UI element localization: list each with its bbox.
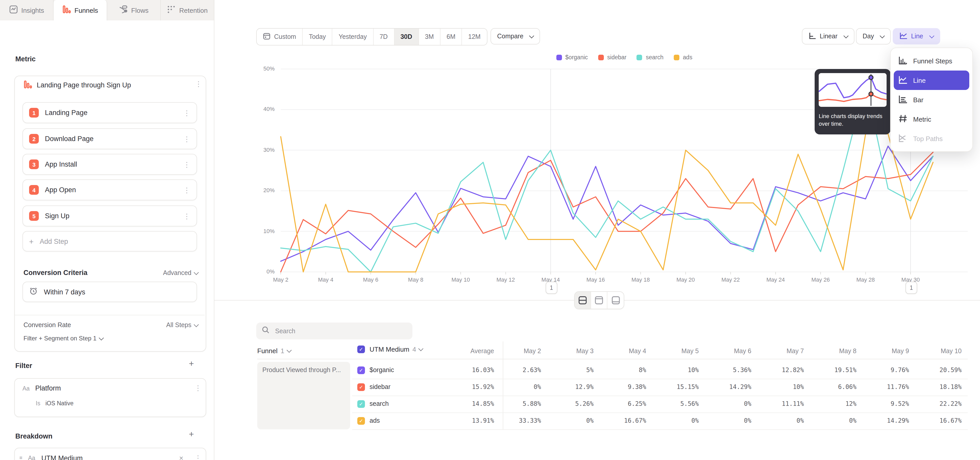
range-30d[interactable]: 30D [394, 29, 419, 45]
flows-icon [119, 5, 127, 15]
step-number-badge: 3 [29, 160, 39, 169]
chevron-down-icon [929, 33, 934, 38]
chevron-down-icon [194, 270, 199, 275]
filter-card[interactable]: Aa Platform ⋮ Is iOS Native [14, 378, 206, 417]
cell-value: 9.38% [595, 383, 646, 390]
tab-flows[interactable]: Flows [107, 0, 161, 21]
range-6m[interactable]: 6M [441, 29, 462, 45]
layout-chart-only-button[interactable] [591, 292, 608, 309]
scale-dropdown[interactable]: Linear [802, 28, 854, 45]
funnel-metric-icon [24, 80, 32, 91]
tab-insights[interactable]: Insights [0, 0, 54, 21]
cell-value: 12.82% [753, 366, 804, 374]
step-menu-button[interactable]: ⋮ [183, 135, 190, 142]
menu-item-bar[interactable]: Bar [894, 90, 969, 109]
step-number-badge: 1 [29, 108, 39, 118]
tab-retention[interactable]: Retention [161, 0, 215, 21]
range-12m[interactable]: 12M [462, 29, 487, 45]
range-custom[interactable]: Custom [257, 29, 303, 45]
cell-value: 0% [805, 417, 856, 424]
menu-item-label: Funnel Steps [913, 57, 952, 65]
step-number-badge: 5 [29, 211, 39, 221]
date-column-header[interactable]: May 4 [595, 348, 646, 355]
y-tick-label: 50% [254, 65, 275, 72]
advanced-dropdown[interactable]: Advanced [148, 269, 198, 276]
date-column-header[interactable]: May 7 [753, 348, 804, 355]
metric-icon [898, 114, 907, 124]
chevron-down-icon [99, 335, 104, 340]
step-menu-button[interactable]: ⋮ [183, 212, 190, 219]
step-menu-button[interactable]: ⋮ [183, 161, 190, 168]
filter-segment-dropdown[interactable]: Filter + Segment on Step 1 [24, 335, 103, 342]
date-column-header[interactable]: May 2 [490, 348, 541, 355]
range-3m[interactable]: 3M [419, 29, 441, 45]
table-funnel-dropdown[interactable]: Funnel 1 [257, 347, 291, 355]
range-label: 7D [380, 33, 388, 40]
funnel-step-2[interactable]: 2Download Page⋮ [22, 128, 197, 149]
tooltip-mini-chart [819, 73, 886, 107]
annotation-badge[interactable]: 1 [905, 282, 917, 294]
range-today[interactable]: Today [303, 29, 332, 45]
funnel-step-5[interactable]: 5Sign Up⋮ [22, 206, 197, 227]
funnel-menu-button[interactable]: ⋮ [195, 80, 202, 88]
breakdown-card[interactable]: ≡ Aa UTM Medium × ⋮ [14, 448, 206, 460]
date-column-header[interactable]: May 8 [805, 348, 856, 355]
search-field[interactable] [256, 323, 412, 339]
cell-value: 20.59% [911, 366, 962, 374]
range-yesterday[interactable]: Yesterday [332, 29, 373, 45]
chart-type-dropdown[interactable]: Line [893, 28, 940, 45]
search-input[interactable] [274, 327, 407, 335]
filter-menu-button[interactable]: ⋮ [194, 384, 202, 391]
conversion-window-button[interactable]: Within 7 days [22, 282, 197, 302]
average-column-header[interactable]: Average [443, 348, 494, 355]
x-tick-label: May 4 [310, 276, 341, 283]
series-checkbox[interactable]: ✓ [357, 417, 365, 425]
series-name: $organic [369, 366, 394, 374]
date-column-header[interactable]: May 9 [858, 348, 909, 355]
all-steps-dropdown[interactable]: All Steps [143, 321, 198, 329]
menu-item-funnel-steps[interactable]: Funnel Steps [894, 51, 969, 70]
tab-funnels[interactable]: Funnels [54, 0, 107, 21]
sidebar: Metric Landing Page through Sign Up ⋮ 1L… [0, 21, 215, 460]
drag-handle-icon[interactable]: ≡ [19, 455, 22, 460]
breakdown-menu-button[interactable]: ⋮ [194, 454, 202, 460]
add-step-label: Add Step [40, 237, 68, 245]
chevron-down-icon [418, 346, 424, 351]
date-column-header[interactable]: May 10 [911, 348, 962, 355]
date-column-header[interactable]: May 3 [542, 348, 593, 355]
funnel-step-4[interactable]: 4App Open⋮ [22, 179, 197, 200]
table-funnel-cell[interactable]: Product Viewed through P... [257, 362, 350, 429]
funnel-step-1[interactable]: 1Landing Page⋮ [22, 102, 197, 123]
step-menu-button[interactable]: ⋮ [183, 109, 190, 116]
add-step-button[interactable]: + Add Step [22, 231, 197, 251]
series-checkbox[interactable]: ✓ [357, 383, 365, 391]
layout-table-only-button[interactable] [608, 292, 624, 309]
series-checkbox[interactable]: ✓ [357, 366, 365, 374]
cell-value: 33.33% [490, 417, 541, 424]
funnel-step-3[interactable]: 3App Install⋮ [22, 154, 197, 175]
cell-value: 0% [542, 417, 593, 424]
table-row: ✓sidebar15.92%0%12.9%9.38%15.15%14.29%10… [352, 379, 968, 396]
date-column-header[interactable]: May 6 [700, 348, 751, 355]
granularity-dropdown[interactable]: Day [856, 28, 891, 45]
series-checkbox[interactable]: ✓ [357, 400, 365, 408]
legend-label: search [646, 54, 663, 60]
filter-value: iOS Native [45, 400, 73, 406]
remove-breakdown-icon[interactable]: × [179, 454, 183, 460]
add-filter-button[interactable]: + [189, 359, 194, 369]
layout-split-button[interactable] [575, 292, 591, 309]
annotation-badge[interactable]: 1 [546, 282, 557, 294]
select-all-checkbox[interactable]: ✓ [357, 345, 365, 353]
date-column-header[interactable]: May 5 [648, 348, 699, 355]
cell-value: 5.88% [490, 400, 541, 407]
menu-item-line[interactable]: Line [894, 70, 969, 90]
table-breakdown-dropdown[interactable]: ✓ UTM Medium 4 [357, 345, 423, 353]
chart-legend: $organicsidebarsearchads [531, 54, 718, 60]
menu-item-metric[interactable]: Metric [894, 109, 969, 129]
range-7d[interactable]: 7D [373, 29, 394, 45]
filter-section-title: Filter [15, 362, 32, 369]
compare-button[interactable]: Compare [490, 28, 540, 45]
step-menu-button[interactable]: ⋮ [183, 186, 190, 193]
cell-value: 9.76% [858, 366, 909, 374]
add-breakdown-button[interactable]: + [189, 429, 194, 439]
